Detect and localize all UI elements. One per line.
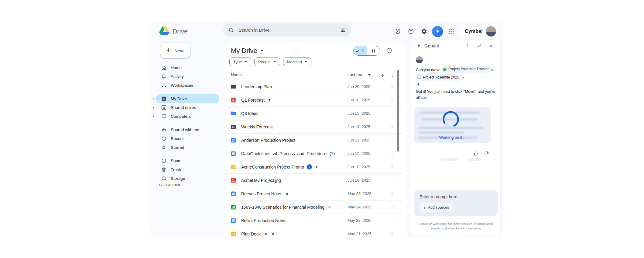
- plus-icon: +: [423, 205, 426, 210]
- view-toggle[interactable]: [353, 46, 380, 56]
- sidebar-item-label: Home: [171, 65, 182, 70]
- drive-app: Drive Search in Drive: [151, 21, 503, 237]
- sidebar-item-my-drive[interactable]: ▸My Drive: [156, 94, 219, 103]
- user-avatar: [416, 56, 423, 63]
- file-row[interactable]: 1569-1848 Scenarios for Financial Modeli…: [224, 200, 403, 214]
- sheets-file-icon: [230, 204, 236, 210]
- file-name: Reeves Project Notes: [241, 191, 289, 196]
- file-options-kebab-icon[interactable]: [388, 82, 396, 91]
- expand-arrow-icon[interactable]: ▸: [153, 115, 156, 118]
- filter-chip-modified[interactable]: Modified: [283, 58, 311, 66]
- sidebar-item-recent[interactable]: Recent: [156, 134, 219, 143]
- add-sources-button[interactable]: + Add sources: [419, 203, 453, 212]
- prompt-input-card[interactable]: Enter a prompt here + Add sources: [414, 190, 498, 216]
- storage-icon: [161, 176, 167, 181]
- gemini-close-icon[interactable]: [487, 42, 495, 50]
- filter-chip-people[interactable]: People: [254, 58, 280, 66]
- workspaces-icon: [161, 82, 167, 88]
- sidebar-item-home[interactable]: Home: [156, 63, 219, 72]
- learn-more-link[interactable]: Learn more: [466, 227, 481, 230]
- drive-logo-icon: [159, 26, 170, 37]
- thumbs-up-icon[interactable]: [472, 150, 480, 158]
- gemini-spark-button[interactable]: [432, 26, 443, 37]
- account-pill[interactable]: Cymbal: [460, 25, 498, 38]
- file-chip-project-yosemite-tracker[interactable]: Project Yosemite Tracker: [441, 65, 490, 73]
- sidebar-item-computers[interactable]: ▸Computers: [156, 112, 219, 121]
- table-header: Name Last mo...: [224, 70, 403, 80]
- details-info-icon[interactable]: [385, 47, 393, 55]
- search-filters-tune-icon[interactable]: [340, 26, 347, 34]
- gemini-options-kebab-icon[interactable]: [463, 42, 471, 50]
- storage-used-label: 12.3 GB used: [159, 183, 180, 187]
- file-row[interactable]: DataGuidelines_v4_Process_and_Procedures…: [224, 147, 403, 160]
- file-row[interactable]: AcmeDev Project.jpgJun 10, 2025: [224, 174, 403, 187]
- sidebar-item-shared-with-me[interactable]: Shared with me: [156, 125, 219, 134]
- help-icon[interactable]: [405, 25, 417, 37]
- file-options-kebab-icon[interactable]: [388, 136, 396, 145]
- file-row[interactable]: Q1 ForecastJun 18, 2025: [224, 93, 403, 107]
- file-row[interactable]: Weekly ForecastJun 14, 2025: [224, 120, 403, 134]
- file-browser-card: My Drive TypePeopleModified: [224, 43, 407, 237]
- filter-chip-type[interactable]: Type: [229, 58, 251, 66]
- file-row[interactable]: Anderson Production ProjectJun 12, 2025: [224, 134, 403, 147]
- apps-grid-icon[interactable]: [445, 25, 457, 37]
- file-options-kebab-icon[interactable]: [388, 123, 396, 131]
- settings-gear-icon[interactable]: [418, 25, 430, 37]
- file-name: Weekly Forecast: [241, 124, 273, 129]
- file-list-scrollbar[interactable]: [397, 70, 399, 152]
- account-avatar[interactable]: [486, 26, 496, 37]
- my-drive-title-dropdown[interactable]: My Drive: [231, 47, 263, 55]
- sidebar-item-storage[interactable]: Storage: [156, 174, 219, 183]
- file-modified-date: May 21, 2025: [348, 232, 372, 236]
- file-row[interactable]: Leadership PlanJun 20, 2025: [224, 80, 403, 93]
- grid-view-button[interactable]: [367, 46, 380, 55]
- file-modified-date: May 28, 2025: [348, 191, 372, 196]
- thumbs-down-icon[interactable]: [482, 150, 490, 158]
- expand-arrow-icon[interactable]: ▸: [153, 97, 156, 100]
- sidebar-nav: HomeActivityWorkspaces▸My Drive▸Shared d…: [151, 63, 224, 187]
- sidebar-item-shared-drives[interactable]: ▸Shared drives: [156, 103, 219, 112]
- file-row[interactable]: AcmeConstruction Project Promo2Jun 10, 2…: [224, 160, 403, 174]
- expand-arrow-icon[interactable]: ▸: [153, 106, 156, 109]
- name-column-header[interactable]: Name: [231, 72, 242, 77]
- sort-direction-icon[interactable]: [377, 70, 387, 80]
- file-row[interactable]: Bellini Production NotesMay 22, 2025: [224, 214, 403, 227]
- chevron-down-icon: [273, 61, 276, 62]
- file-options-kebab-icon[interactable]: [388, 149, 396, 158]
- file-options-kebab-icon[interactable]: [388, 230, 396, 237]
- search-bar[interactable]: Search in Drive: [223, 23, 351, 37]
- file-options-kebab-icon[interactable]: [388, 203, 396, 211]
- file-options-kebab-icon[interactable]: [388, 96, 396, 104]
- file-row[interactable]: Reeves Project NotesMay 28, 2025: [224, 187, 403, 200]
- chevron-down-icon: [368, 74, 371, 76]
- offline-check-icon[interactable]: [392, 25, 404, 37]
- file-options-kebab-icon[interactable]: [388, 190, 396, 198]
- sidebar-item-starred[interactable]: Starred: [156, 143, 219, 152]
- file-modified-date: Jun 14, 2025: [348, 124, 370, 129]
- new-button[interactable]: New: [160, 43, 190, 58]
- file-options-kebab-icon[interactable]: [388, 109, 396, 118]
- file-options-kebab-icon[interactable]: [388, 163, 396, 171]
- sidebar-item-trash[interactable]: Trash: [156, 165, 219, 174]
- file-chip-project-yosemite-2025[interactable]: Project Yosemite 2025: [416, 74, 461, 81]
- file-row[interactable]: Q3 IdeasJun 15, 2025: [224, 107, 403, 120]
- prompt-input[interactable]: Enter a prompt here: [420, 194, 457, 199]
- gemini-expand-icon[interactable]: [475, 42, 483, 50]
- sidebar-item-workspaces[interactable]: Workspaces: [156, 81, 219, 90]
- file-options-kebab-icon[interactable]: [388, 216, 396, 225]
- page-title: My Drive: [231, 47, 257, 55]
- search-input[interactable]: Search in Drive: [238, 27, 336, 33]
- sidebar-group: HomeActivityWorkspaces: [151, 63, 224, 90]
- slides-file-icon: [230, 231, 236, 237]
- table-options-kebab-icon[interactable]: [388, 70, 398, 80]
- list-view-button[interactable]: [354, 46, 367, 55]
- last-modified-column-header[interactable]: Last mo...: [348, 72, 371, 77]
- file-options-kebab-icon[interactable]: [388, 176, 396, 185]
- sidebar-item-spam[interactable]: Spam: [156, 156, 219, 165]
- file-row[interactable]: Plan DeckMay 21, 2025: [224, 227, 403, 237]
- sidebar-item-activity[interactable]: Activity: [156, 72, 219, 81]
- drive-logo[interactable]: Drive: [159, 26, 188, 37]
- sidebar-group: ▸My Drive▸Shared drives▸Computers: [151, 94, 224, 121]
- user-message: Can you move Project Yosemite Tracker to…: [416, 65, 497, 82]
- file-name: Q3 Ideas: [241, 111, 259, 116]
